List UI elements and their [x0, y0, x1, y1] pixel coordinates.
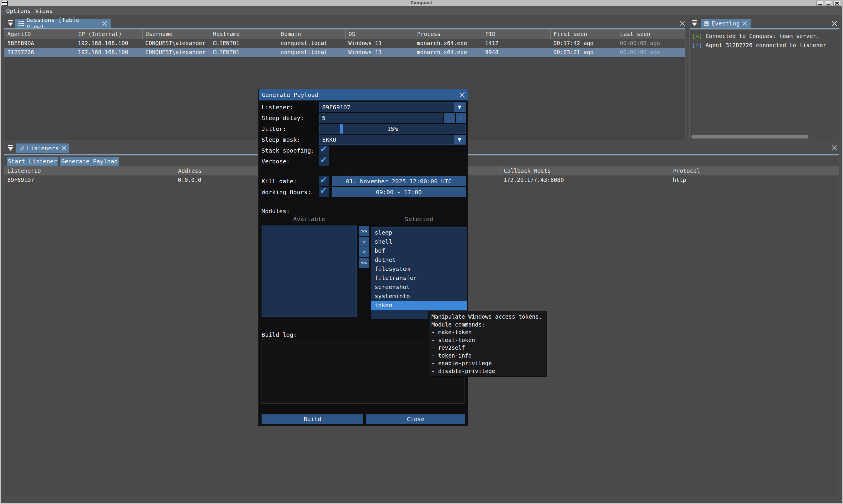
selected-header: Selected	[371, 215, 467, 223]
module-item[interactable]: shell	[371, 237, 467, 246]
col-ip-internal: IP (Internal)	[75, 30, 142, 39]
col-os: OS	[345, 30, 414, 39]
check-icon: ✔	[320, 155, 327, 165]
module-item[interactable]: filesystem	[371, 265, 467, 273]
col-process: Process	[414, 30, 482, 39]
check-icon: ✔	[320, 185, 327, 196]
listener-label: Listener:	[262, 102, 293, 112]
build-log-label: Build log:	[262, 329, 297, 340]
minimize-icon	[818, 2, 822, 5]
window-titlebar: Conquest	[0, 0, 843, 6]
verbose-label: Verbose:	[262, 156, 290, 167]
maximize-icon	[827, 2, 830, 5]
sleep-delay-decrement-button[interactable]: -	[444, 113, 455, 123]
stack-spoofing-label: Stack spoofing:	[262, 145, 315, 156]
move-all-left-button[interactable]: <<	[359, 258, 369, 268]
session-row-selected[interactable]: 312D7726 192.168.168.100 CONQUEST\alexan…	[4, 48, 685, 57]
move-all-right-button[interactable]: >>	[359, 226, 369, 236]
module-item-highlighted[interactable]: token	[371, 301, 467, 310]
menu-views[interactable]: Views	[35, 7, 53, 14]
eventlog-output: [+] Connected to Conquest team server. […	[689, 29, 838, 140]
dialog-titlebar: Generate Payload	[259, 89, 468, 101]
tab-eventlog[interactable]: Eventlog	[701, 19, 751, 28]
sessions-tab-underline	[4, 28, 685, 29]
check-icon: ✔	[320, 144, 327, 154]
jitter-value: 15%	[320, 124, 465, 133]
sleep-delay-label: Sleep delay:	[262, 113, 304, 123]
move-right-button[interactable]: >	[359, 237, 369, 247]
listeners-panel-menu-icon[interactable]	[7, 144, 14, 152]
log-prefix-success: [+]	[692, 33, 702, 39]
module-tooltip: Manipulate Windows access tokens. Module…	[429, 311, 546, 376]
close-dialog-button[interactable]: Close	[366, 414, 465, 424]
generate-payload-button[interactable]: Generate Payload	[60, 157, 119, 166]
tab-sessions[interactable]: Sessions [Table View]	[15, 19, 111, 28]
working-hours-field[interactable]: 09:00 - 17:00	[332, 187, 466, 197]
col-username: Username	[142, 30, 210, 39]
close-button[interactable]	[833, 1, 840, 5]
sessions-panel-menu-icon[interactable]	[7, 19, 14, 27]
kill-date-checkbox[interactable]: ✔	[319, 176, 329, 186]
module-item[interactable]: systeminfo	[371, 292, 467, 301]
menu-bar: Options Views	[1, 6, 842, 15]
working-hours-checkbox[interactable]: ✔	[319, 187, 329, 197]
selected-modules-list[interactable]: sleep shell bof dotnet filesystem filetr…	[371, 227, 467, 319]
maximize-button[interactable]	[825, 1, 832, 5]
eventlog-tab-underline	[689, 28, 840, 29]
eventlog-entry: [*] Agent 312D7726 connected to listener	[692, 41, 836, 50]
module-item[interactable]: screenshot	[371, 283, 467, 292]
app-window: Conquest Options Views Sessions [Table V…	[0, 0, 843, 504]
stack-spoofing-checkbox[interactable]: ✔	[319, 146, 329, 156]
dialog-close-icon[interactable]	[459, 92, 465, 98]
col-hostname: Hostname	[210, 30, 278, 39]
move-left-button[interactable]: <	[359, 247, 369, 257]
eventlog-panel-close-icon[interactable]	[831, 20, 838, 26]
col-domain: Domain	[278, 30, 345, 39]
close-icon	[835, 2, 839, 5]
kill-date-field[interactable]: 01. November 2025 12:00:00 UTC	[332, 176, 466, 186]
sleep-mask-dropdown[interactable]: EKKO ▼	[319, 135, 466, 145]
col-callback-hosts: Callback Hosts	[501, 166, 670, 176]
tab-eventlog-label: Eventlog	[712, 20, 740, 27]
panel-divider[interactable]	[688, 18, 688, 140]
chevron-down-icon: ▼	[454, 135, 465, 144]
eventlog-panel-menu-icon[interactable]	[691, 19, 698, 27]
tab-eventlog-close-icon[interactable]	[742, 21, 748, 26]
module-item[interactable]: bof	[371, 246, 467, 255]
eventlog-entry: [+] Connected to Conquest team server.	[692, 32, 836, 41]
eventlog-hscrollbar[interactable]	[691, 135, 808, 139]
module-item[interactable]: dotnet	[371, 255, 467, 265]
modules-label: Modules:	[262, 206, 290, 216]
jitter-label: Jitter:	[262, 124, 286, 134]
tab-listeners-close-icon[interactable]	[61, 146, 66, 151]
listener-dropdown[interactable]: 89F691D7 ▼	[319, 102, 466, 112]
col-protocol: Protocol	[670, 166, 839, 176]
log-prefix-info: [*]	[692, 42, 702, 48]
sleep-delay-input[interactable]: 5	[319, 113, 443, 123]
start-listener-button[interactable]: Start Listener	[7, 157, 58, 166]
listeners-panel-close-icon[interactable]	[831, 145, 838, 151]
jitter-slider[interactable]: 15%	[319, 124, 466, 134]
col-agentid: AgentID	[4, 30, 75, 39]
working-hours-label: Working Hours:	[262, 187, 311, 197]
check-icon: ✔	[320, 175, 327, 185]
module-item[interactable]: filetransfer	[371, 273, 467, 283]
sessions-panel-close-icon[interactable]	[679, 20, 685, 26]
clipboard-icon	[704, 20, 709, 26]
build-button[interactable]: Build	[262, 414, 363, 424]
tab-sessions-close-icon[interactable]	[102, 21, 107, 26]
chevron-down-icon: ▼	[454, 103, 465, 112]
available-modules-list[interactable]	[262, 226, 357, 317]
sleep-mask-label: Sleep mask:	[262, 134, 300, 145]
session-row[interactable]: 58EE89DA 192.168.168.100 CONQUEST\alexan…	[4, 39, 685, 48]
module-item[interactable]: sleep	[371, 228, 467, 237]
col-last-seen: Last seen	[617, 30, 685, 39]
sleep-delay-increment-button[interactable]: +	[456, 113, 466, 123]
minimize-button[interactable]	[817, 1, 823, 5]
table-list-icon	[18, 21, 24, 26]
tab-listeners[interactable]: Listeners	[16, 144, 69, 153]
menu-options[interactable]: Options	[6, 7, 31, 14]
available-header: Available	[262, 215, 357, 223]
tab-listeners-label: Listeners	[27, 145, 58, 152]
verbose-checkbox[interactable]: ✔	[319, 156, 329, 166]
